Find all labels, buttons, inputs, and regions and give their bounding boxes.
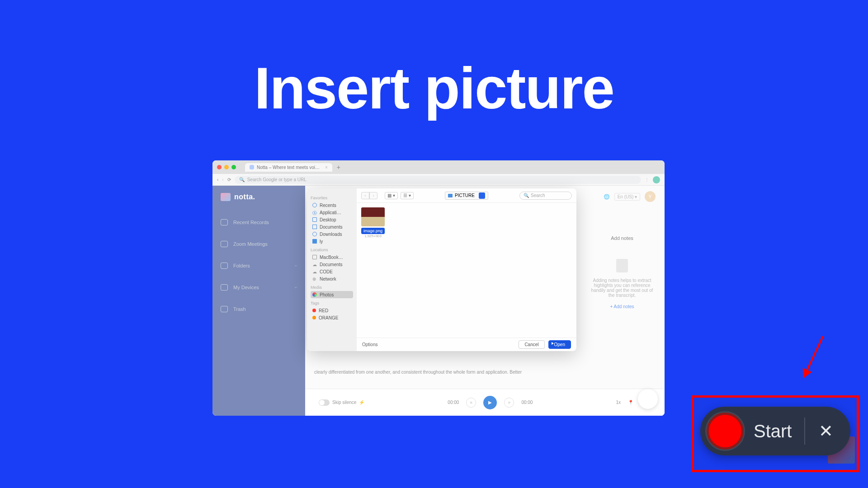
floating-action-button[interactable] bbox=[638, 389, 658, 409]
sidebar-item-recent[interactable]: Recent Records bbox=[221, 215, 297, 230]
search-icon: 🔍 bbox=[524, 193, 529, 198]
screen-record-widget: Start ✕ bbox=[700, 407, 850, 455]
favicon-icon bbox=[250, 165, 254, 169]
photos-icon bbox=[312, 292, 317, 297]
view-icons-button[interactable]: ▦▾ bbox=[385, 192, 398, 199]
close-tab-icon[interactable]: × bbox=[325, 165, 328, 170]
trash-icon bbox=[221, 306, 228, 312]
time-current: 00:00 bbox=[448, 400, 459, 405]
fav-documents[interactable]: Documents bbox=[311, 223, 353, 230]
speed-button[interactable]: 1x bbox=[616, 400, 621, 405]
record-button[interactable] bbox=[707, 413, 744, 450]
rewind-button[interactable]: « bbox=[466, 398, 476, 408]
divider bbox=[804, 418, 805, 445]
path-selector[interactable]: PICTURE bbox=[445, 192, 488, 200]
sidebar-item-folders[interactable]: Folders bbox=[221, 258, 297, 273]
open-button[interactable]: Open bbox=[548, 340, 571, 349]
window-max-icon[interactable] bbox=[231, 165, 236, 169]
home-icon bbox=[221, 219, 228, 225]
folder-icon bbox=[221, 263, 228, 269]
app-sidebar: notta. Recent Records Zoom Meetings Fold… bbox=[212, 186, 305, 416]
section-favorites: Favorites bbox=[311, 196, 353, 200]
section-tags: Tags bbox=[311, 301, 353, 305]
laptop-icon bbox=[312, 255, 317, 259]
section-locations: Locations bbox=[311, 248, 353, 252]
cursor-icon bbox=[552, 342, 554, 345]
folder-icon bbox=[448, 194, 453, 197]
loc-network[interactable]: ⊕Network bbox=[311, 275, 353, 282]
dialog-fwd-button[interactable]: › bbox=[369, 192, 377, 199]
sidebar-item-zoom[interactable]: Zoom Meetings bbox=[221, 236, 297, 252]
cancel-button[interactable]: Cancel bbox=[519, 340, 544, 349]
doc-icon bbox=[312, 225, 317, 229]
section-media: Media bbox=[311, 285, 353, 290]
browser-tab[interactable]: Notta – Where text meets voi… × bbox=[245, 163, 332, 172]
transcript-text: clearly differentiated from one another,… bbox=[314, 369, 574, 375]
address-bar[interactable]: 🔍 Search Google or type a URL bbox=[235, 176, 641, 184]
file-open-dialog: Favorites Recents ⒶApplicati… Desktop Do… bbox=[307, 188, 576, 351]
nav-back-icon[interactable]: ‹ bbox=[217, 177, 218, 182]
fav-recents[interactable]: Recents bbox=[311, 202, 353, 209]
tag-red[interactable]: RED bbox=[311, 307, 353, 314]
close-widget-button[interactable]: ✕ bbox=[815, 421, 837, 441]
browser-window: Notta – Where text meets voi… × + ‹ › ⟳ … bbox=[212, 160, 665, 416]
skip-silence-label: Skip silence bbox=[332, 400, 356, 405]
network-icon: ⊕ bbox=[312, 277, 317, 281]
sidebar-item-trash[interactable]: Trash bbox=[221, 301, 297, 317]
desktop-icon bbox=[312, 217, 317, 222]
brand-logo[interactable]: notta. bbox=[221, 193, 297, 201]
options-button[interactable]: Options bbox=[362, 342, 377, 347]
file-thumbnail bbox=[361, 207, 385, 226]
reload-icon[interactable]: ⟳ bbox=[227, 177, 231, 182]
dialog-search-input[interactable]: 🔍 Search bbox=[519, 192, 572, 200]
dialog-back-button[interactable]: ‹ bbox=[361, 192, 369, 199]
fav-ly[interactable]: ly bbox=[311, 238, 353, 245]
loc-documents[interactable]: ☁Documents bbox=[311, 261, 353, 268]
record-label: Start bbox=[754, 421, 794, 441]
media-photos[interactable]: Photos bbox=[311, 291, 353, 298]
loc-code[interactable]: ☁CODE bbox=[311, 268, 353, 275]
cloud-icon: ☁ bbox=[312, 269, 317, 274]
clock-icon bbox=[312, 203, 317, 207]
tag-orange[interactable]: ORANGE bbox=[311, 314, 353, 321]
file-item[interactable]: image.png 1,925×903 bbox=[361, 207, 385, 238]
forward-button[interactable]: » bbox=[504, 398, 514, 408]
download-icon bbox=[312, 232, 317, 236]
video-icon bbox=[221, 241, 228, 247]
folder-icon bbox=[312, 239, 317, 244]
view-group-button[interactable]: ☰▾ bbox=[401, 192, 414, 199]
tag-icon bbox=[312, 316, 316, 319]
annotation-arrow bbox=[803, 336, 824, 378]
window-min-icon[interactable] bbox=[224, 165, 229, 169]
skip-silence-toggle[interactable] bbox=[319, 399, 330, 406]
fav-desktop[interactable]: Desktop bbox=[311, 216, 353, 223]
tab-title: Notta – Where text meets voi… bbox=[257, 165, 320, 170]
list-icon: ☰ bbox=[403, 193, 407, 198]
fav-applications[interactable]: ⒶApplicati… bbox=[311, 209, 353, 216]
notes-body: Adding notes helps to extract highlights… bbox=[589, 278, 656, 298]
logo-icon bbox=[221, 193, 231, 201]
sidebar-item-devices[interactable]: My Devices bbox=[221, 280, 297, 295]
profile-avatar[interactable] bbox=[653, 176, 660, 183]
highlight-frame: Start ✕ bbox=[692, 395, 859, 472]
audio-player: Skip silence ⚡ 00:00 « ▶ » 00:00 1x 📍 🖻 … bbox=[305, 389, 665, 416]
notes-panel: Add notes Adding notes helps to extract … bbox=[589, 235, 656, 309]
notes-header: Add notes bbox=[589, 235, 656, 241]
main-panel: Recent Records / Record Detail 🌐 En (US)… bbox=[305, 186, 665, 416]
fav-downloads[interactable]: Downloads bbox=[311, 230, 353, 238]
page-title: Insert picture bbox=[254, 54, 614, 122]
nav-fwd-icon[interactable]: › bbox=[222, 177, 223, 182]
pin-icon[interactable]: 📍 bbox=[628, 400, 633, 405]
devices-icon bbox=[221, 284, 228, 291]
play-button[interactable]: ▶ bbox=[483, 396, 497, 409]
file-dimensions: 1,925×903 bbox=[361, 234, 385, 238]
lightning-icon: ⚡ bbox=[359, 400, 364, 405]
dropdown-icon bbox=[479, 192, 485, 199]
tag-icon bbox=[312, 309, 316, 312]
window-close-icon[interactable] bbox=[217, 165, 222, 169]
cloud-icon: ☁ bbox=[312, 262, 317, 267]
new-tab-button[interactable]: + bbox=[337, 164, 340, 171]
loc-macbook[interactable]: MacBook… bbox=[311, 253, 353, 261]
grid-icon: ▦ bbox=[387, 193, 392, 198]
add-notes-link[interactable]: + Add notes bbox=[589, 304, 656, 309]
